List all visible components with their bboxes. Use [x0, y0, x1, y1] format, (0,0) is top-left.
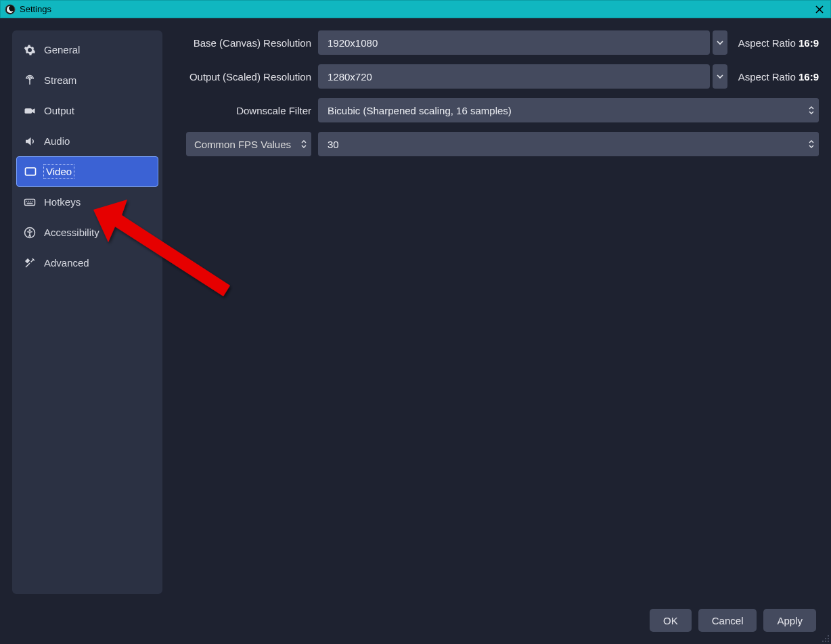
sidebar-item-advanced[interactable]: Advanced	[16, 248, 158, 278]
sidebar-item-label: Audio	[44, 135, 70, 147]
sidebar-item-label: Stream	[44, 74, 76, 86]
gear-icon	[23, 43, 37, 57]
svg-point-12	[828, 641, 829, 642]
ok-button[interactable]: OK	[650, 609, 692, 632]
aspect-value: 16:9	[799, 37, 819, 49]
base-resolution-combo[interactable]: 1920x1080	[318, 30, 710, 55]
sidebar-item-label: Output	[44, 105, 74, 116]
updown-icon	[808, 139, 815, 149]
tools-icon	[23, 256, 37, 270]
svg-rect-3	[26, 168, 36, 175]
fps-mode-stepper[interactable]	[296, 132, 311, 156]
svg-point-7	[828, 635, 829, 637]
output-resolution-label: Output (Scaled) Resolution	[177, 71, 311, 83]
svg-point-6	[29, 229, 31, 231]
sidebar-item-stream[interactable]: Stream	[16, 65, 158, 95]
svg-point-11	[825, 641, 826, 642]
sidebar-item-label: General	[44, 44, 80, 55]
base-resolution-value: 1920x1080	[318, 37, 710, 49]
updown-icon	[808, 106, 815, 115]
aspect-prefix: Aspect Ratio	[738, 37, 799, 49]
svg-point-1	[29, 78, 30, 79]
sidebar-item-video[interactable]: Video	[16, 156, 158, 187]
output-resolution-dropdown-button[interactable]	[713, 64, 727, 89]
cancel-button[interactable]: Cancel	[698, 609, 757, 632]
output-resolution-combo[interactable]: 1280x720	[318, 64, 710, 89]
chevron-down-icon	[717, 73, 723, 80]
svg-rect-2	[25, 108, 32, 114]
sidebar-item-label: Accessibility	[44, 227, 99, 238]
downscale-filter-combo[interactable]: Bicubic (Sharpened scaling, 16 samples)	[318, 98, 819, 122]
titlebar-left: Settings	[5, 4, 51, 15]
sidebar-item-label: Hotkeys	[44, 196, 81, 208]
aspect-prefix: Aspect Ratio	[738, 71, 799, 83]
resize-grip-icon[interactable]	[820, 633, 830, 643]
output-resolution-value: 1280x720	[318, 71, 710, 83]
svg-point-10	[822, 641, 824, 642]
fps-value-combo[interactable]: 30	[318, 132, 819, 156]
window-title: Settings	[20, 4, 51, 14]
sidebar-item-audio[interactable]: Audio	[16, 126, 158, 156]
video-settings-panel: Base (Canvas) Resolution 1920x1080 Aspec…	[177, 30, 819, 594]
svg-rect-4	[25, 199, 35, 205]
apply-button[interactable]: Apply	[763, 609, 816, 632]
downscale-filter-label: Downscale Filter	[177, 105, 311, 116]
camera-icon	[23, 104, 37, 118]
settings-sidebar: General Stream Output Audio Video	[12, 30, 162, 594]
accessibility-icon	[23, 226, 37, 239]
downscale-filter-value: Bicubic (Sharpened scaling, 16 samples)	[318, 105, 804, 116]
fps-mode-combo[interactable]: Common FPS Values	[186, 132, 311, 156]
obs-app-icon	[5, 4, 16, 15]
sidebar-item-label: Video	[45, 166, 73, 177]
fps-mode-label: Common FPS Values	[194, 139, 291, 150]
sidebar-item-label: Advanced	[44, 257, 89, 269]
close-icon[interactable]	[815, 5, 824, 14]
titlebar: Settings	[0, 0, 831, 18]
sidebar-item-accessibility[interactable]: Accessibility	[16, 217, 158, 248]
base-resolution-dropdown-button[interactable]	[713, 30, 727, 55]
aspect-value: 16:9	[799, 71, 819, 83]
dialog-footer: OK Cancel Apply	[0, 606, 831, 644]
antenna-icon	[23, 74, 37, 87]
speaker-icon	[23, 135, 37, 148]
fps-value: 30	[318, 139, 804, 150]
keyboard-icon	[23, 196, 37, 209]
downscale-filter-stepper[interactable]	[804, 98, 819, 122]
chevron-down-icon	[717, 39, 723, 46]
base-aspect-ratio: Aspect Ratio 16:9	[738, 37, 819, 49]
sidebar-item-general[interactable]: General	[16, 34, 158, 65]
output-aspect-ratio: Aspect Ratio 16:9	[738, 71, 819, 83]
svg-point-9	[828, 638, 829, 639]
svg-point-8	[825, 638, 826, 639]
sidebar-item-hotkeys[interactable]: Hotkeys	[16, 187, 158, 217]
updown-icon	[300, 139, 307, 149]
sidebar-item-output[interactable]: Output	[16, 95, 158, 126]
base-resolution-label: Base (Canvas) Resolution	[177, 37, 311, 49]
monitor-icon	[24, 165, 37, 179]
fps-value-stepper[interactable]	[804, 132, 819, 156]
